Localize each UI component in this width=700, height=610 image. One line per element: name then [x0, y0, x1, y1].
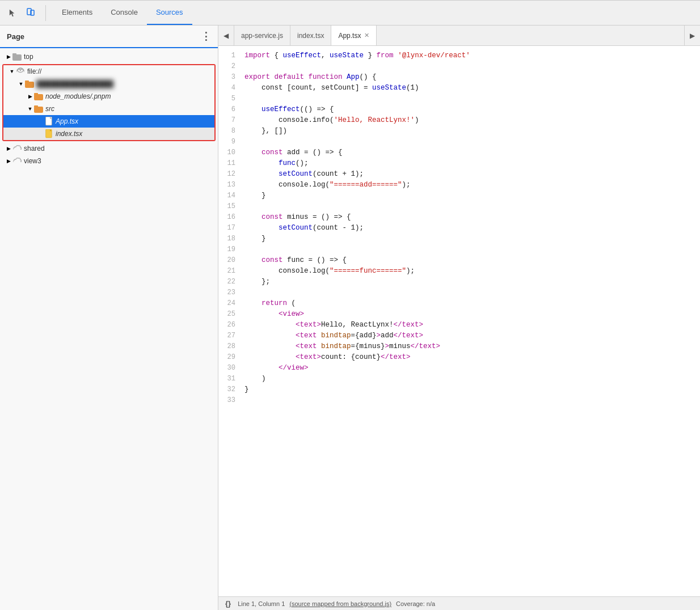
tree-label-node-modules: node_modules/.pnpm	[45, 92, 111, 100]
code-line-10: const add = () => {	[244, 147, 700, 158]
code-tab-index-tsx-label: index.tsx	[297, 32, 324, 40]
code-line-18: }	[244, 234, 700, 244]
code-line-32: }	[244, 384, 700, 395]
status-curly-icon: {}	[225, 599, 231, 608]
devtools-container: Elements Console Sources Page ⋮ ▶	[0, 0, 700, 610]
folder-icon-root	[25, 79, 34, 88]
tree-label-shared: shared	[24, 145, 45, 152]
code-line-6: useEffect(() => {	[244, 104, 700, 115]
code-line-7: console.info('Hello, ReactLynx!')	[244, 115, 700, 126]
cursor-icon	[8, 9, 17, 18]
line-num-4: 4	[218, 83, 235, 94]
tree-item-top[interactable]: ▶ top	[0, 50, 218, 63]
toolbar-icon-group	[5, 5, 46, 21]
line-num-7: 7	[218, 115, 235, 126]
arrow-file: ▼	[8, 67, 16, 75]
tree-label-root: ████████████████	[36, 80, 113, 88]
tree-item-app-tsx[interactable]: ▶ App.tsx	[3, 115, 214, 128]
tree-item-index-tsx[interactable]: ▶ index.tsx	[3, 128, 214, 140]
code-tab-app-tsx[interactable]: App.tsx ✕	[331, 26, 377, 45]
code-line-11: func();	[244, 158, 700, 169]
code-line-16: const minus = () => {	[244, 212, 700, 223]
tree-label-file: file://	[27, 67, 41, 75]
tree-item-node-modules[interactable]: ▶ node_modules/.pnpm	[3, 90, 214, 103]
file-tree[interactable]: ▶ top ▼	[0, 48, 218, 610]
code-line-14: }	[244, 190, 700, 201]
line-num-10: 10	[218, 147, 235, 158]
cloud-icon-shared	[12, 144, 22, 153]
cloud-icon-view3	[12, 156, 22, 166]
line-num-23: 23	[218, 287, 235, 298]
tab-sources[interactable]: Sources	[147, 1, 192, 25]
code-line-4: const [count, setCount] = useState(1)	[244, 83, 700, 94]
code-tab-nav-left[interactable]: ◀	[218, 26, 234, 45]
file-panel-menu-button[interactable]: ⋮	[201, 30, 211, 43]
line-num-16: 16	[218, 212, 235, 223]
svg-rect-17	[14, 149, 20, 151]
tree-label-index-tsx: index.tsx	[56, 130, 82, 138]
code-tab-app-tsx-close[interactable]: ✕	[364, 32, 369, 39]
arrow-shared: ▶	[5, 145, 12, 152]
code-line-27: <text bindtap={add}>add</text>	[244, 331, 700, 341]
file-panel: Page ⋮ ▶ top ▼	[0, 26, 218, 610]
line-num-1: 1	[218, 50, 235, 61]
cursor-tool-button[interactable]	[5, 5, 20, 21]
tree-label-app-tsx: App.tsx	[56, 117, 78, 125]
tree-item-src[interactable]: ▼ src	[3, 103, 214, 115]
code-line-19	[244, 244, 700, 255]
svg-rect-3	[12, 53, 16, 56]
line-num-30: 30	[218, 363, 235, 374]
status-source-map: (source mapped from background.js)	[289, 600, 391, 607]
file-icon-app-tsx	[45, 117, 53, 126]
code-line-30: </view>	[244, 363, 700, 374]
tab-elements[interactable]: Elements	[53, 1, 102, 25]
line-num-28: 28	[218, 341, 235, 352]
tree-item-shared[interactable]: ▶ shared	[0, 142, 218, 155]
code-line-22: };	[244, 277, 700, 287]
code-line-24: return (	[244, 298, 700, 309]
line-num-11: 11	[218, 158, 235, 169]
tree-item-view3[interactable]: ▶ view3	[0, 155, 218, 167]
code-area[interactable]: 1 2 3 4 5 6 7 8 9 10 11 12 13 14 15 16 1	[218, 46, 700, 596]
line-num-9: 9	[218, 137, 235, 147]
device-toggle-button[interactable]	[23, 5, 39, 21]
tree-item-file[interactable]: ▼ file://	[3, 65, 214, 78]
line-num-24: 24	[218, 298, 235, 309]
code-line-12: setCount(count + 1);	[244, 169, 700, 180]
code-line-33	[244, 395, 700, 406]
toolbar-tabs: Elements Console Sources	[53, 1, 192, 25]
status-coverage: Coverage: n/a	[396, 600, 435, 607]
code-line-20: const func = () => {	[244, 255, 700, 266]
code-tab-app-service[interactable]: app-service.js	[234, 26, 290, 45]
svg-rect-10	[25, 81, 29, 83]
line-num-12: 12	[218, 169, 235, 180]
device-icon	[25, 7, 36, 19]
folder-icon-node-modules	[34, 92, 43, 101]
line-num-6: 6	[218, 104, 235, 115]
code-line-8: }, [])	[244, 126, 700, 137]
code-line-28: <text bindtap={minus}>minus</text>	[244, 341, 700, 352]
line-num-2: 2	[218, 61, 235, 72]
line-num-33: 33	[218, 395, 235, 406]
code-tab-nav-right[interactable]: ▶	[684, 26, 700, 45]
line-num-22: 22	[218, 277, 235, 287]
line-num-32: 32	[218, 384, 235, 395]
code-line-9	[244, 137, 700, 147]
line-num-14: 14	[218, 190, 235, 201]
code-line-1: import { useEffect, useState } from '@ly…	[244, 50, 700, 61]
status-position: Line 1, Column 1	[238, 600, 285, 607]
tree-item-root[interactable]: ▼ ████████████████	[3, 78, 214, 90]
line-num-18: 18	[218, 234, 235, 244]
line-num-15: 15	[218, 201, 235, 212]
code-line-15	[244, 201, 700, 212]
file-panel-title: Page	[7, 32, 24, 41]
code-line-5	[244, 94, 700, 104]
code-tab-index-tsx[interactable]: index.tsx	[290, 26, 331, 45]
line-num-17: 17	[218, 223, 235, 234]
line-numbers: 1 2 3 4 5 6 7 8 9 10 11 12 13 14 15 16 1	[218, 46, 242, 596]
code-tabs: ◀ app-service.js index.tsx App.tsx ✕ ▶	[218, 26, 700, 46]
tree-label-top: top	[24, 53, 33, 61]
line-num-8: 8	[218, 126, 235, 137]
tab-console[interactable]: Console	[102, 1, 147, 25]
svg-rect-18	[14, 161, 20, 164]
